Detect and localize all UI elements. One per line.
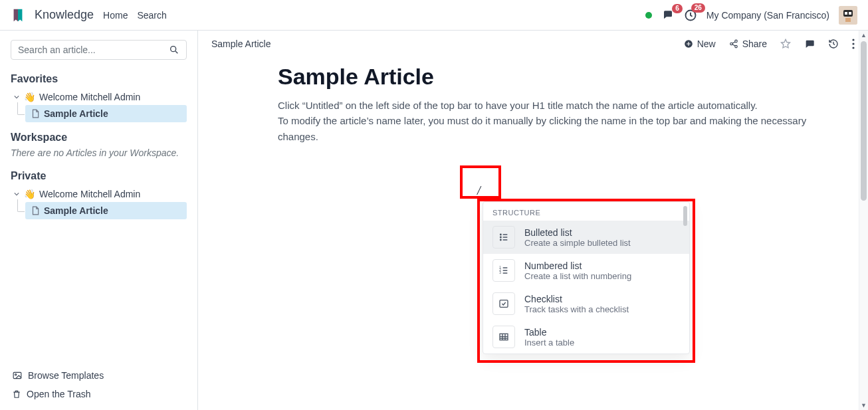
- messages-icon[interactable]: 6: [661, 9, 675, 21]
- popup-item-title: Table: [524, 327, 574, 338]
- popup-item-bulleted-list[interactable]: Bulleted listCreate a simple bulleted li…: [483, 221, 689, 254]
- main-toolbar: Sample Article New Share: [198, 31, 868, 57]
- svg-point-10: [734, 40, 737, 43]
- popup-item-checklist[interactable]: ChecklistTrack tasks with a checklist: [483, 287, 689, 320]
- wave-emoji-icon: 👋: [24, 92, 35, 102]
- plus-circle-icon: [684, 39, 693, 49]
- section-workspace: Workspace: [11, 132, 187, 144]
- popup-item-desc: Insert a table: [524, 338, 574, 348]
- article-paragraph-1[interactable]: Click “Untitled” on the left side of the…: [278, 98, 823, 113]
- toolbar-actions: New Share: [684, 39, 855, 49]
- share-button-label: Share: [742, 39, 767, 49]
- slash-input[interactable]: /: [477, 184, 481, 198]
- favorites-child-sample[interactable]: Sample Article: [25, 105, 187, 122]
- image-icon: [12, 371, 23, 380]
- breadcrumb[interactable]: Sample Article: [211, 39, 271, 49]
- private-child-sample[interactable]: Sample Article: [25, 202, 187, 219]
- favorites-item-label: Welcome Mitchell Admin: [39, 92, 140, 102]
- checklist-icon: [492, 292, 515, 315]
- scroll-thumb[interactable]: [861, 41, 867, 201]
- main-area: Sample Article New Share Sample Article: [198, 31, 868, 410]
- star-icon[interactable]: [780, 39, 791, 49]
- popup-item-numbered-list[interactable]: 123 Numbered listCreate a list with numb…: [483, 254, 689, 287]
- nav-home[interactable]: Home: [103, 10, 128, 21]
- svg-point-12: [734, 45, 737, 48]
- svg-point-16: [500, 234, 502, 235]
- app-name[interactable]: Knowledge: [35, 8, 94, 22]
- svg-point-14: [852, 43, 854, 45]
- top-navbar: Knowledge Home Search 6 26 My Company (S…: [0, 0, 868, 31]
- section-private: Private: [11, 170, 187, 182]
- popup-item-title: Checklist: [524, 294, 629, 304]
- favorites-item-welcome[interactable]: 👋 Welcome Mitchell Admin: [11, 89, 187, 105]
- sidebar: Favorites 👋 Welcome Mitchell Admin Sampl…: [0, 31, 198, 410]
- open-trash[interactable]: Open the Trash: [11, 385, 187, 403]
- nav-search[interactable]: Search: [137, 10, 166, 21]
- popup-item-desc: Create a simple bulleted list: [524, 238, 631, 248]
- messages-badge: 6: [672, 4, 683, 13]
- bulleted-list-icon: [492, 226, 515, 249]
- more-icon[interactable]: [852, 39, 855, 49]
- search-icon[interactable]: [169, 45, 179, 55]
- nav-left: Knowledge Home Search: [11, 8, 167, 23]
- article-paragraph-2[interactable]: To modify the article’s name later, you …: [278, 113, 823, 144]
- popup-item-title: Bulleted list: [524, 227, 631, 238]
- slash-popup: STRUCTURE Bulleted listCreate a simple b…: [483, 201, 690, 354]
- browse-templates[interactable]: Browse Templates: [11, 366, 187, 385]
- private-item-label: Welcome Mitchell Admin: [39, 189, 140, 199]
- sidebar-search[interactable]: [11, 40, 187, 60]
- private-child-label: Sample Article: [44, 205, 108, 216]
- main-scrollbar[interactable]: ▲ ▼: [859, 31, 868, 410]
- svg-point-15: [852, 47, 854, 49]
- svg-point-11: [730, 43, 732, 45]
- article-area: Sample Article Click “Untitled” on the l…: [198, 57, 868, 171]
- popup-scrollbar[interactable]: [683, 206, 687, 226]
- numbered-list-icon: 123: [492, 259, 515, 282]
- private-item-welcome[interactable]: 👋 Welcome Mitchell Admin: [11, 186, 187, 202]
- svg-point-17: [500, 237, 502, 238]
- comment-icon[interactable]: [804, 39, 815, 49]
- trash-icon: [12, 389, 21, 399]
- presence-status-icon[interactable]: [645, 12, 652, 19]
- share-button[interactable]: Share: [729, 39, 767, 49]
- svg-text:3: 3: [499, 271, 501, 274]
- popup-item-title: Numbered list: [524, 260, 631, 271]
- svg-point-13: [852, 39, 854, 41]
- svg-rect-4: [849, 12, 851, 15]
- section-favorites: Favorites: [11, 73, 187, 85]
- new-button-label: New: [697, 39, 716, 49]
- caret-down-icon[interactable]: [13, 94, 20, 100]
- svg-rect-3: [845, 12, 847, 15]
- new-button[interactable]: New: [684, 39, 716, 49]
- search-input[interactable]: [18, 45, 169, 55]
- popup-item-table[interactable]: TableInsert a table: [483, 320, 689, 354]
- workspace-empty: There are no Articles in your Workspace.: [11, 148, 187, 158]
- caret-down-icon[interactable]: [13, 191, 20, 197]
- open-trash-label: Open the Trash: [27, 389, 91, 399]
- scroll-up-icon[interactable]: ▲: [859, 32, 868, 39]
- article-title[interactable]: Sample Article: [278, 64, 823, 90]
- activities-badge: 26: [691, 3, 705, 13]
- popup-item-desc: Track tasks with a checklist: [524, 304, 629, 314]
- browse-templates-label: Browse Templates: [28, 370, 104, 381]
- svg-rect-5: [845, 18, 851, 22]
- svg-rect-22: [500, 300, 508, 308]
- share-icon: [729, 39, 738, 49]
- user-avatar[interactable]: [839, 6, 857, 25]
- history-icon[interactable]: [828, 39, 839, 49]
- svg-point-6: [171, 47, 176, 52]
- nav-right: 6 26 My Company (San Francisco): [645, 6, 857, 25]
- svg-point-18: [500, 239, 502, 241]
- popup-heading: STRUCTURE: [483, 202, 689, 221]
- sidebar-footer: Browse Templates Open the Trash: [11, 361, 187, 403]
- popup-item-desc: Create a list with numbering: [524, 271, 631, 281]
- svg-point-8: [15, 374, 17, 375]
- table-icon: [492, 326, 515, 348]
- app-logo-icon[interactable]: [11, 8, 25, 23]
- company-selector[interactable]: My Company (San Francisco): [706, 10, 829, 21]
- activities-icon[interactable]: 26: [684, 9, 697, 22]
- favorites-child-label: Sample Article: [44, 108, 108, 119]
- scroll-down-icon[interactable]: ▼: [859, 402, 868, 409]
- wave-emoji-icon: 👋: [24, 189, 35, 199]
- file-icon: [31, 206, 40, 215]
